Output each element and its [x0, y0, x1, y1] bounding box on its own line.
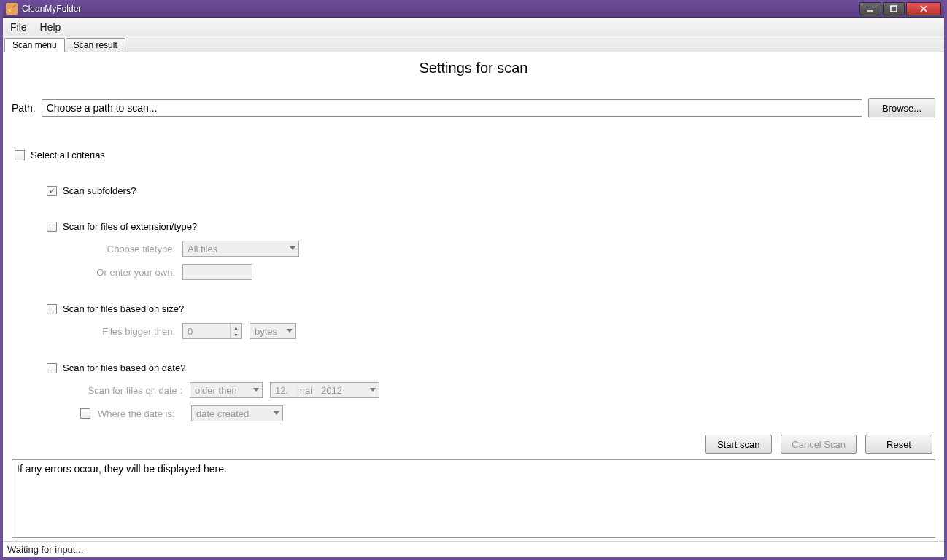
choose-filetype-row: Choose filetype: All files [80, 241, 935, 257]
start-scan-button[interactable]: Start scan [705, 435, 772, 454]
scan-date-row: Scan for files based on date? [47, 362, 935, 373]
scan-size-row: Scan for files based on size? [47, 303, 935, 314]
scan-extension-checkbox[interactable] [47, 222, 57, 232]
date-where-value: date created [196, 408, 249, 419]
cancel-scan-button[interactable]: Cancel Scan [781, 435, 857, 454]
error-placeholder: If any errors occur, they will be displa… [17, 463, 227, 475]
scan-date-label: Scan for files based on date? [63, 362, 185, 373]
size-unit-value: bytes [255, 326, 277, 337]
menu-help[interactable]: Help [40, 21, 61, 33]
select-all-label: Select all criterias [31, 149, 105, 160]
date-mode-combo[interactable]: older then [190, 382, 263, 398]
scan-size-checkbox[interactable] [47, 304, 57, 314]
chevron-down-icon [253, 388, 259, 392]
date-mode-value: older then [195, 385, 237, 396]
maximize-button[interactable] [883, 2, 905, 15]
minimize-button[interactable] [859, 2, 881, 15]
maximize-icon [890, 5, 897, 12]
date-where-row: Where the date is: date created [80, 405, 935, 421]
date-day: 12. [275, 385, 288, 396]
scan-subfolders-label: Scan subfolders? [63, 185, 136, 196]
minimize-icon [867, 5, 874, 12]
date-picker[interactable]: 12. mai 2012 [270, 382, 379, 398]
app-icon: 🧹 [6, 3, 18, 15]
path-input[interactable] [42, 99, 862, 117]
date-month: mai [297, 385, 312, 396]
svg-rect-1 [891, 6, 897, 12]
size-value: 0 [188, 326, 193, 337]
chevron-down-icon [370, 388, 376, 392]
date-where-label: Where the date is: [98, 408, 184, 419]
titlebar[interactable]: 🧹 CleanMyFolder [3, 0, 944, 18]
chevron-down-icon [274, 411, 279, 415]
error-display[interactable]: If any errors occur, they will be displa… [12, 459, 935, 538]
reset-button[interactable]: Reset [865, 435, 932, 454]
action-buttons: Start scan Cancel Scan Reset [12, 435, 935, 454]
app-window: 🧹 CleanMyFolder File Help Scan menu Scan… [0, 0, 947, 560]
tab-label: Scan result [74, 40, 117, 50]
page-title: Settings for scan [12, 60, 935, 77]
size-spin[interactable]: 0 ▲▼ [182, 323, 242, 339]
tabstrip: Scan menu Scan result [3, 36, 944, 52]
date-where-checkbox[interactable] [80, 408, 90, 419]
filetype-combo[interactable]: All files [182, 241, 299, 257]
filetype-value: All files [188, 244, 217, 254]
select-all-checkbox[interactable] [15, 150, 25, 160]
own-filetype-row: Or enter your own: [80, 264, 935, 280]
browse-button[interactable]: Browse... [868, 98, 935, 117]
tab-label: Scan menu [12, 40, 57, 50]
tab-scan-menu[interactable]: Scan menu [4, 38, 65, 52]
size-bigger-label: Files bigger then: [80, 326, 175, 337]
scan-date-checkbox[interactable] [47, 363, 57, 373]
close-icon [920, 5, 927, 12]
size-bigger-row: Files bigger then: 0 ▲▼ bytes [80, 323, 935, 339]
menubar: File Help [3, 18, 944, 36]
criteria-section: Select all criterias Scan subfolders? Sc… [12, 149, 935, 429]
chevron-down-icon [290, 246, 295, 250]
own-filetype-label: Or enter your own: [80, 267, 175, 278]
path-row: Path: Browse... [12, 98, 935, 117]
choose-filetype-label: Choose filetype: [80, 244, 175, 254]
spinner-arrows[interactable]: ▲▼ [230, 324, 241, 338]
scan-extension-label: Scan for files of extension/type? [63, 221, 197, 232]
statusbar: Waiting for input... [3, 541, 944, 557]
select-all-row: Select all criterias [15, 149, 935, 160]
scan-subfolders-row: Scan subfolders? [47, 185, 935, 196]
chevron-down-icon [287, 329, 293, 332]
tab-scan-result[interactable]: Scan result [66, 38, 125, 52]
scan-subfolders-checkbox[interactable] [47, 186, 57, 196]
own-filetype-input[interactable] [182, 264, 252, 280]
date-mode-label: Scan for files on date : [80, 385, 182, 396]
path-label: Path: [12, 102, 36, 114]
date-year: 2012 [321, 385, 342, 396]
date-where-combo[interactable]: date created [191, 405, 283, 421]
menu-file[interactable]: File [10, 21, 27, 33]
status-text: Waiting for input... [7, 544, 83, 555]
content-area: Settings for scan Path: Browse... Select… [3, 52, 944, 541]
size-unit-combo[interactable]: bytes [250, 323, 296, 339]
close-button[interactable] [906, 2, 941, 15]
window-controls [859, 2, 941, 15]
scan-size-label: Scan for files based on size? [63, 303, 184, 314]
scan-extension-row: Scan for files of extension/type? [47, 221, 935, 232]
date-mode-row: Scan for files on date : older then 12. … [80, 382, 935, 398]
window-title: CleanMyFolder [22, 4, 859, 14]
